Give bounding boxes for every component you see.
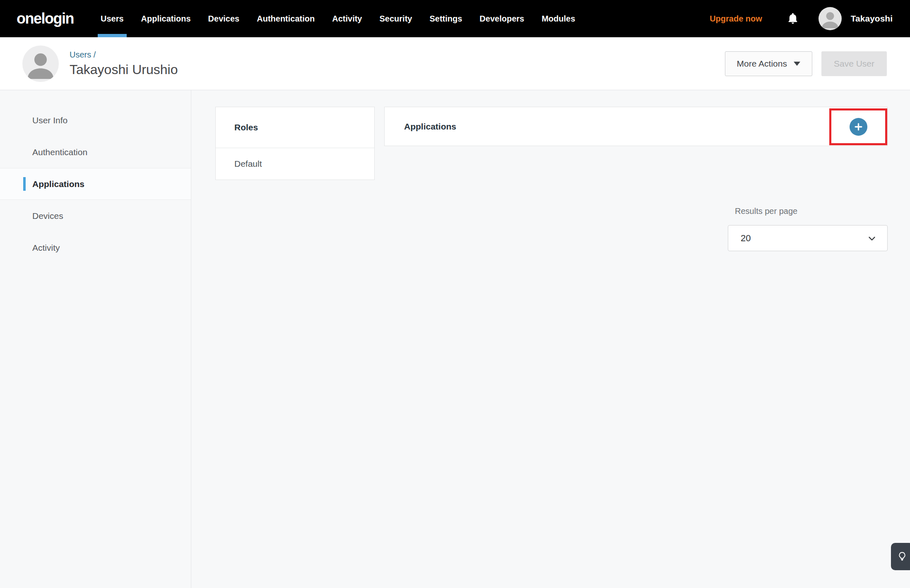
upgrade-now-link[interactable]: Upgrade now [710,14,762,24]
applications-panel: Applications [384,107,888,146]
caret-down-icon [794,62,800,66]
roles-card: Roles Default [215,107,375,180]
sidebar-item-authentication[interactable]: Authentication [0,136,191,168]
role-row-default[interactable]: Default [216,148,374,180]
sidebar-item-applications[interactable]: Applications [0,168,191,200]
more-actions-button[interactable]: More Actions [725,51,812,76]
lightbulb-icon [897,551,908,562]
breadcrumb[interactable]: Users / [70,50,178,60]
bell-icon[interactable] [786,12,799,26]
main-content: Roles Default Applications Results per p… [191,90,910,588]
annotation-highlight-box [829,108,887,145]
page-header: Users / Takayoshi Urushio More Actions S… [0,37,910,90]
nav-item-applications[interactable]: Applications [141,0,191,37]
nav-avatar[interactable] [819,7,842,30]
results-per-page-label: Results per page [728,206,888,216]
help-lightbulb-button[interactable] [891,543,910,570]
nav-item-modules[interactable]: Modules [542,0,575,37]
user-avatar [22,46,59,82]
add-application-button[interactable] [850,118,867,136]
plus-icon [854,122,863,131]
nav-item-settings[interactable]: Settings [429,0,462,37]
results-per-page-select[interactable]: 20 [728,225,888,251]
nav-item-activity[interactable]: Activity [332,0,362,37]
roles-card-title: Roles [216,107,374,148]
nav-user-name[interactable]: Takayoshi [851,14,893,24]
top-nav: onelogin Users Applications Devices Auth… [0,0,910,37]
save-user-button[interactable]: Save User [821,51,887,76]
applications-panel-title: Applications [404,122,456,132]
nav-item-devices[interactable]: Devices [208,0,240,37]
sidebar-item-activity[interactable]: Activity [0,232,191,264]
page-title: Takayoshi Urushio [70,62,178,77]
sidebar-item-devices[interactable]: Devices [0,200,191,232]
more-actions-label: More Actions [737,59,787,69]
nav-item-developers[interactable]: Developers [479,0,524,37]
nav-item-authentication[interactable]: Authentication [257,0,315,37]
primary-nav: Users Applications Devices Authenticatio… [92,0,584,37]
results-per-page-value: 20 [741,233,751,244]
sidebar: User Info Authentication Applications De… [0,90,191,588]
nav-item-users[interactable]: Users [101,0,124,37]
nav-item-security[interactable]: Security [379,0,412,37]
chevron-down-icon [867,233,877,244]
sidebar-item-user-info[interactable]: User Info [0,104,191,136]
onelogin-logo[interactable]: onelogin [17,0,74,37]
